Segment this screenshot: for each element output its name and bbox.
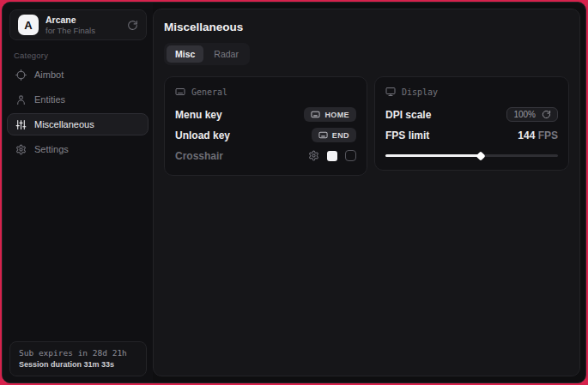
dpi-scale-control[interactable]: 100% (506, 107, 558, 122)
session-duration-text: Session duration 31m 33s (19, 360, 137, 369)
brand-card: A Arcane for The Finals (9, 9, 147, 40)
sub-expires-text: Sub expires in 28d 21h (19, 348, 137, 358)
display-card-title: Display (402, 87, 438, 97)
dpi-scale-label: DPI scale (385, 109, 431, 121)
keyboard-icon (311, 110, 320, 119)
sliders-icon (15, 119, 27, 130)
sidebar-item-settings[interactable]: Settings (7, 138, 149, 160)
brand-logo: A (18, 15, 39, 35)
sidebar-item-label: Aimbot (34, 69, 64, 80)
tab-bar: Misc Radar (164, 43, 250, 65)
unload-key-value: END (332, 131, 349, 140)
general-card: General Menu key HOME Unload key (164, 76, 367, 176)
refresh-icon[interactable] (542, 110, 551, 119)
crosshair-label: Crosshair (175, 150, 223, 162)
unload-key-label: Unload key (175, 129, 230, 141)
main-panel: Miscellaneous Misc Radar General Menu ke… (153, 9, 580, 376)
slider-fill (385, 154, 481, 157)
category-label: Category (14, 51, 48, 60)
app-window: A Arcane for The Finals Category Aimbot (2, 2, 586, 383)
menu-key-label: Menu key (175, 109, 222, 121)
crosshair-color-swatch[interactable] (327, 151, 337, 161)
unload-key-row: Unload key END (175, 125, 356, 145)
tab-misc[interactable]: Misc (167, 45, 203, 63)
brand-name: Arcane (45, 15, 120, 25)
sidebar-item-entities[interactable]: Entities (7, 88, 149, 111)
dpi-scale-value: 100% (513, 110, 536, 119)
sidebar-nav: Aimbot Entities Miscellaneous Settings (7, 63, 149, 160)
display-card-header: Display (385, 87, 558, 97)
sidebar-item-miscellaneous[interactable]: Miscellaneous (7, 113, 149, 135)
slider-thumb[interactable] (476, 151, 485, 160)
keyboard-icon (318, 130, 328, 140)
crosshair-controls (308, 150, 356, 161)
keyboard-icon (175, 87, 185, 97)
sidebar-item-aimbot[interactable]: Aimbot (7, 63, 149, 86)
crosshair-icon (15, 69, 27, 81)
unload-key-binding[interactable]: END (312, 128, 356, 142)
menu-key-row: Menu key HOME (175, 105, 356, 124)
page-title: Miscellaneous (164, 21, 569, 33)
menu-key-value: HOME (324, 111, 349, 119)
sidebar: A Arcane for The Finals Category Aimbot (3, 3, 153, 382)
general-card-header: General (175, 87, 356, 97)
cards-row: General Menu key HOME Unload key (164, 76, 569, 176)
fps-limit-row: FPS limit 144 FPS (385, 125, 558, 145)
crosshair-row: Crosshair (175, 146, 356, 165)
fps-unit: FPS (535, 129, 558, 141)
subscription-card: Sub expires in 28d 21h Session duration … (9, 341, 147, 376)
brand-initial: A (24, 19, 32, 32)
brand-subtitle: for The Finals (45, 26, 120, 35)
crosshair-checkbox[interactable] (345, 150, 356, 161)
brand-text: Arcane for The Finals (45, 15, 120, 35)
menu-key-binding[interactable]: HOME (304, 107, 356, 122)
tab-radar[interactable]: Radar (205, 45, 247, 63)
general-card-title: General (191, 87, 227, 97)
fps-number: 144 (518, 129, 535, 141)
sidebar-item-label: Miscellaneous (34, 119, 94, 129)
sidebar-item-label: Entities (34, 94, 65, 105)
dpi-scale-row: DPI scale 100% (385, 105, 558, 124)
monitor-icon (385, 87, 396, 97)
sidebar-item-label: Settings (34, 144, 69, 154)
refresh-icon[interactable] (127, 20, 138, 31)
fps-limit-label: FPS limit (385, 129, 429, 141)
display-card: Display DPI scale 100% FPS limit 144 FPS (374, 76, 569, 171)
fps-limit-value: 144 FPS (518, 129, 558, 141)
gear-icon[interactable] (308, 150, 319, 161)
fps-limit-slider[interactable] (385, 150, 558, 160)
person-icon (15, 94, 27, 105)
gear-icon (15, 144, 27, 155)
